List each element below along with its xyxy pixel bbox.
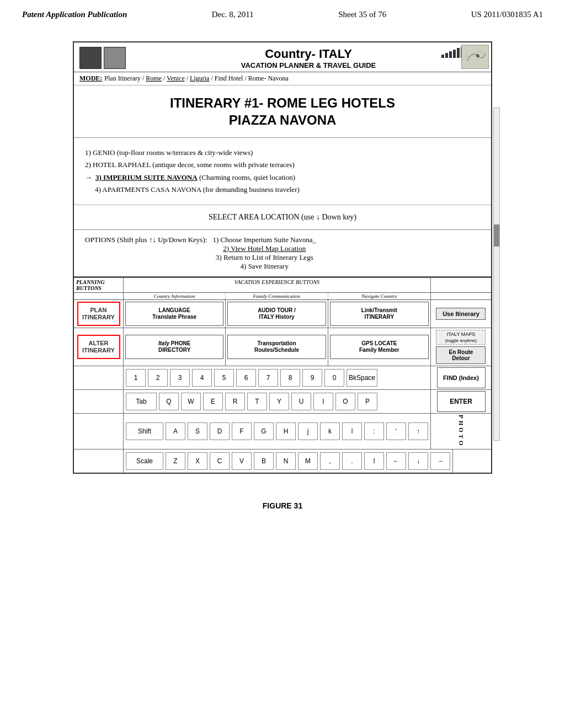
patent-number: US 2011/0301835 A1	[471, 10, 543, 19]
language-button[interactable]: LANGUAGETranslate Phrase	[125, 302, 223, 326]
option-1: 1) Choose Imperium Suite Navona_	[212, 235, 316, 244]
key-n[interactable]: N	[276, 452, 296, 470]
hotel-item-1: 1) GENIO (top-floor rooms w/terraces & c…	[85, 147, 480, 159]
key-slash[interactable]: l	[364, 452, 384, 470]
key-k[interactable]: k	[320, 422, 340, 440]
hotel-list: 1) GENIO (top-floor rooms w/terraces & c…	[74, 138, 491, 205]
arrow-icon: →	[85, 172, 92, 184]
photo-label: PHOTO	[458, 415, 465, 448]
options-title: OPTIONS (Shift plus ↑↓ Up/Down Keys):	[85, 235, 207, 271]
country-title: Country- ITALY	[131, 47, 486, 61]
key-7[interactable]: 7	[258, 369, 278, 387]
country-info-label: Country Information	[124, 293, 226, 299]
device-frame: Country- ITALY VACATION PLANNER & TRAVEL…	[73, 41, 492, 474]
key-0[interactable]: 0	[324, 369, 344, 387]
transportation-button[interactable]: TransportationRoutes/Schedule	[227, 335, 326, 359]
link-transmit-button[interactable]: Link/TransmitITINERARY	[330, 302, 429, 326]
page-header: Patent Application Publication Dec. 8, 2…	[0, 0, 565, 25]
select-area-text: SELECT AREA LOCATION (use ↓ Down key)	[209, 213, 356, 221]
key-4[interactable]: 4	[192, 369, 212, 387]
audio-tour-button[interactable]: AUDIO TOUR /ITALY History	[227, 302, 326, 326]
key-scale[interactable]: Scale	[126, 452, 163, 470]
signal-bars	[441, 47, 463, 58]
scrollbar-thumb[interactable]	[494, 224, 499, 247]
key-3[interactable]: 3	[170, 369, 190, 387]
signal-bar-1	[441, 55, 444, 58]
key-down[interactable]: ↓	[408, 452, 428, 470]
signal-bar-3	[449, 51, 452, 58]
key-1[interactable]: 1	[126, 369, 146, 387]
key-2[interactable]: 2	[148, 369, 168, 387]
key-m[interactable]: M	[298, 452, 318, 470]
en-route-button[interactable]: En Route Detour	[436, 346, 486, 364]
itinerary-title: ITINERARY #1- ROME LEG HOTELSPIAZZA NAVO…	[85, 94, 480, 129]
italy-phone-button[interactable]: Italy PHONEDIRECTORY	[125, 335, 223, 359]
signal-bar-4	[453, 50, 456, 58]
key-u[interactable]: U	[291, 393, 311, 410]
logo-area	[79, 47, 126, 69]
key-5[interactable]: 5	[214, 369, 234, 387]
key-x[interactable]: X	[188, 452, 207, 470]
logo-square-dark	[79, 47, 102, 69]
key-r[interactable]: R	[225, 393, 245, 410]
enter-button[interactable]: ENTER	[437, 391, 486, 412]
sheet-label: Sheet 35 of 76	[338, 10, 386, 19]
signal-bar-5	[457, 48, 460, 58]
gps-locate-button[interactable]: GPS LOCATEFamily Member	[330, 335, 429, 359]
key-left[interactable]: ←	[386, 452, 406, 470]
key-b[interactable]: B	[254, 452, 274, 470]
mode-link-rome[interactable]: Rome	[146, 74, 162, 82]
mode-link-venice[interactable]: Venice	[167, 74, 185, 82]
key-o[interactable]: O	[335, 393, 355, 410]
device-top: Country- ITALY VACATION PLANNER & TRAVEL…	[74, 42, 491, 72]
key-6[interactable]: 6	[236, 369, 256, 387]
key-backspace[interactable]: BkSpace	[347, 369, 377, 387]
key-d[interactable]: D	[210, 422, 230, 440]
svg-rect-0	[462, 45, 488, 68]
title-area: Country- ITALY VACATION PLANNER & TRAVEL…	[131, 47, 486, 69]
option-3: 3) Return to List of Itinerary Legs	[212, 253, 316, 262]
scrollbar[interactable]	[493, 108, 500, 441]
options-list: 1) Choose Imperium Suite Navona_ 2) View…	[212, 235, 316, 271]
key-p[interactable]: P	[358, 393, 377, 410]
key-w[interactable]: W	[181, 393, 201, 410]
alter-itinerary-button[interactable]: ALTERITINERARY	[77, 335, 120, 359]
key-e[interactable]: E	[203, 393, 223, 410]
key-quote[interactable]: '	[386, 422, 406, 440]
key-9[interactable]: 9	[302, 369, 322, 387]
key-8[interactable]: 8	[280, 369, 300, 387]
key-colon[interactable]: :	[364, 422, 384, 440]
key-g[interactable]: G	[254, 422, 274, 440]
key-i[interactable]: I	[313, 393, 333, 410]
key-right[interactable]: →	[430, 452, 450, 470]
use-itinerary-button[interactable]: Use Itinerary	[436, 308, 486, 320]
key-f[interactable]: F	[232, 422, 252, 440]
date-label: Dec. 8, 2011	[212, 10, 254, 19]
key-v[interactable]: V	[232, 452, 252, 470]
key-period[interactable]: .	[342, 452, 362, 470]
key-l[interactable]: l	[342, 422, 362, 440]
key-s[interactable]: S	[188, 422, 207, 440]
key-j[interactable]: j	[298, 422, 318, 440]
navigate-label: Navigate Country	[328, 293, 430, 299]
italy-maps-button[interactable]: ITALY MAPS(toggle anytime)	[436, 330, 486, 345]
key-y[interactable]: Y	[269, 393, 289, 410]
key-shift[interactable]: Shift	[126, 422, 163, 440]
key-comma[interactable]: ,	[320, 452, 340, 470]
key-c[interactable]: C	[210, 452, 230, 470]
option-2-link[interactable]: 2) View Hotel Map Location	[223, 244, 306, 253]
plan-itinerary-button[interactable]: PLANITINERARY	[77, 302, 120, 326]
key-t[interactable]: T	[247, 393, 267, 410]
button-section: PLANNINGBUTTONS VACATION EXPERIENCE BUTT…	[74, 277, 491, 473]
key-up[interactable]: ↑	[408, 422, 428, 440]
find-index-button[interactable]: FIND (Index)	[437, 367, 486, 388]
mode-link-liguria[interactable]: Liguria	[190, 74, 209, 82]
key-a[interactable]: A	[166, 422, 185, 440]
figure-caption: FIGURE 31	[0, 490, 565, 516]
key-h[interactable]: H	[276, 422, 296, 440]
map-thumbnail	[461, 45, 489, 69]
key-tab[interactable]: Tab	[126, 393, 157, 410]
hotel-item-3: → 3) IMPERIUM SUITE NAVONA (Charming roo…	[85, 172, 480, 184]
key-q[interactable]: Q	[159, 393, 179, 410]
key-z[interactable]: Z	[166, 452, 185, 470]
